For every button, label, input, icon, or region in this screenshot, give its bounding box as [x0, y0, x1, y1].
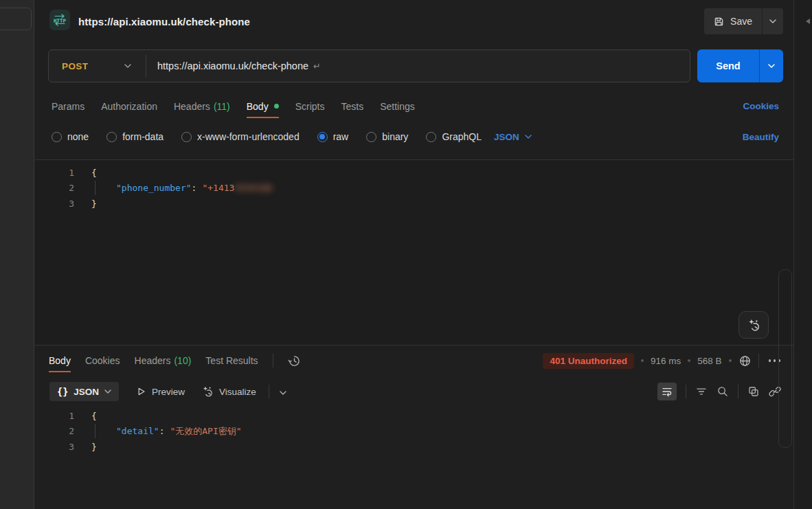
beautify-link[interactable]: Beautify: [743, 132, 779, 142]
tab-label: Cookies: [85, 355, 120, 366]
url-text: https://api.xiaomu.uk/check-phone: [157, 60, 308, 71]
response-history-button[interactable]: [288, 354, 301, 367]
tab-label: Params: [52, 101, 84, 112]
tab-settings[interactable]: Settings: [380, 95, 415, 118]
sidebar-collapsed-panel[interactable]: [0, 8, 32, 30]
tab-headers[interactable]: Headers (11): [174, 95, 230, 118]
close-brace: }: [91, 199, 97, 209]
postman-app: HTTP https://api.xiaomu.uk/check-phone S…: [0, 0, 812, 509]
tab-params[interactable]: Params: [52, 95, 84, 118]
url-row: POST https://api.xiaomu.uk/check-phone ↵…: [48, 49, 783, 82]
request-body-editor[interactable]: 1 { 2 "phone_number":"+14135550188 3 }: [35, 159, 793, 345]
radio-binary[interactable]: binary: [366, 131, 408, 142]
request-tabs: Params Authorization Headers (11) Body S…: [35, 93, 793, 119]
dot-separator: [729, 359, 732, 362]
tab-body[interactable]: Body: [247, 95, 279, 118]
tab-response-body[interactable]: Body: [49, 349, 71, 372]
save-icon: [714, 16, 724, 27]
code-line-1: 1 {: [35, 408, 793, 424]
save-button[interactable]: Save: [704, 8, 762, 34]
radio-x-www-form-urlencoded[interactable]: x-www-form-urlencoded: [181, 131, 300, 142]
wrap-text-button[interactable]: [657, 383, 677, 400]
tab-scripts[interactable]: Scripts: [295, 95, 325, 118]
code-line-1: 1 {: [35, 165, 793, 181]
body-modified-dot: [274, 104, 279, 109]
line-number: 1: [35, 168, 74, 178]
chevron-down-icon: [768, 64, 775, 68]
line-number: 2: [35, 183, 74, 193]
response-body-editor[interactable]: 1 { 2 "detail":"无效的API密钥" 3 }: [35, 406, 793, 455]
radio-label: form-data: [122, 131, 163, 142]
send-button-group: Send: [697, 49, 783, 82]
response-format-selector[interactable]: {} JSON: [49, 382, 119, 401]
tab-label: Tests: [341, 101, 363, 112]
open-brace: {: [91, 168, 97, 178]
cookies-link[interactable]: Cookies: [743, 101, 779, 111]
tab-label: Test Results: [205, 355, 258, 366]
response-headers-count-badge: (10): [174, 355, 191, 366]
response-tabs: Body Cookies Headers (10) Test Results: [35, 346, 793, 376]
network-info-button[interactable]: [738, 354, 752, 367]
divider: [758, 354, 759, 367]
search-button[interactable]: [717, 385, 729, 398]
line-number: 2: [35, 426, 74, 436]
enter-hint-icon: ↵: [313, 61, 321, 71]
request-workspace: HTTP https://api.xiaomu.uk/check-phone S…: [35, 0, 793, 509]
status-badge[interactable]: 401 Unauthorized: [543, 353, 634, 369]
tab-test-results[interactable]: Test Results: [205, 349, 258, 372]
copy-icon: [747, 385, 760, 398]
open-brace: {: [91, 411, 97, 421]
divider: [738, 385, 738, 398]
tab-tests[interactable]: Tests: [341, 95, 363, 118]
save-label: Save: [730, 16, 752, 27]
chevron-down-icon: [280, 391, 286, 395]
line-number: 1: [35, 411, 74, 421]
tab-label: Headers: [174, 101, 210, 112]
code-line-3: 3 }: [35, 439, 793, 455]
left-sidebar: [0, 0, 34, 509]
tab-response-cookies[interactable]: Cookies: [85, 349, 120, 372]
radio-form-data[interactable]: form-data: [106, 131, 163, 142]
filter-button[interactable]: [695, 385, 708, 398]
sparkle-wand-icon: [747, 318, 760, 332]
response-time[interactable]: 916 ms: [651, 356, 681, 366]
collapse-arrow-icon[interactable]: [806, 19, 810, 24]
wrap-text-icon: [662, 386, 673, 397]
send-button[interactable]: Send: [697, 49, 760, 82]
tab-label: Headers: [135, 355, 171, 366]
radio-selected-icon: [317, 132, 328, 142]
divider: [686, 385, 686, 398]
radio-label: none: [67, 131, 89, 142]
toolbar-more-button[interactable]: [280, 387, 286, 397]
url-input[interactable]: https://api.xiaomu.uk/check-phone ↵: [146, 60, 690, 71]
url-box: POST https://api.xiaomu.uk/check-phone ↵: [48, 49, 690, 82]
response-size[interactable]: 568 B: [697, 356, 721, 366]
colon: :: [192, 183, 197, 193]
language-selector[interactable]: JSON: [494, 132, 532, 142]
radio-raw[interactable]: raw: [317, 131, 349, 142]
format-label: JSON: [74, 387, 99, 397]
radio-icon: [52, 132, 62, 142]
line-number: 3: [35, 199, 74, 209]
save-options-button[interactable]: [763, 8, 783, 34]
postbot-button[interactable]: [738, 311, 769, 339]
radio-icon: [106, 132, 117, 142]
radio-none[interactable]: none: [52, 131, 89, 142]
divider: [273, 354, 273, 367]
preview-button[interactable]: Preview: [135, 386, 185, 397]
scrollbar-track[interactable]: [778, 269, 792, 448]
radio-graphql[interactable]: GraphQL: [426, 131, 482, 142]
http-request-icon: HTTP: [49, 10, 70, 33]
dot-separator: [641, 359, 644, 362]
send-options-button[interactable]: [760, 49, 783, 82]
method-selector[interactable]: POST: [49, 61, 146, 71]
search-icon: [717, 385, 729, 398]
visualize-button[interactable]: Visualize: [201, 385, 256, 398]
filter-icon: [695, 385, 708, 398]
tab-authorization[interactable]: Authorization: [101, 95, 157, 118]
radio-icon: [181, 132, 192, 142]
tab-response-headers[interactable]: Headers (10): [135, 349, 192, 372]
language-label: JSON: [494, 132, 519, 142]
copy-button[interactable]: [747, 385, 760, 398]
tab-label: Scripts: [295, 101, 325, 112]
